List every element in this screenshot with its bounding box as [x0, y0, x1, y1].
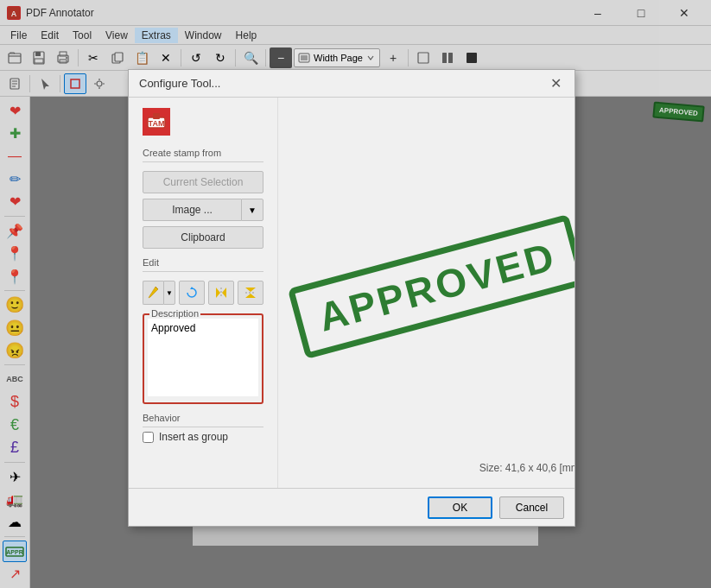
edit-main-button[interactable]	[143, 281, 163, 305]
insert-as-group-checkbox[interactable]	[143, 432, 154, 443]
svg-marker-38	[216, 288, 220, 298]
ok-button[interactable]: OK	[428, 496, 492, 519]
edit-dropdown-btn: ▼	[143, 281, 175, 305]
dialog-overlay: Configure Tool... ✕ STAMP	[0, 0, 711, 588]
svg-text:STAMP: STAMP	[147, 119, 166, 128]
description-fieldset: Description Approved	[143, 313, 263, 404]
cancel-button[interactable]: Cancel	[499, 496, 564, 519]
create-stamp-section: Create stamp from Current Selection Imag…	[143, 148, 263, 249]
dialog-footer: OK Cancel	[129, 488, 575, 526]
insert-as-group-label: Insert as group	[159, 431, 228, 443]
svg-marker-41	[245, 288, 256, 292]
rotate-button[interactable]	[179, 281, 205, 305]
dialog-title-bar: Configure Tool... ✕	[129, 70, 575, 98]
dialog-body: STAMP Create stamp from Current Selectio…	[129, 98, 575, 488]
description-textarea[interactable]: Approved	[148, 319, 258, 396]
configure-tool-dialog: Configure Tool... ✕ STAMP	[128, 69, 575, 527]
current-selection-button[interactable]: Current Selection	[143, 171, 263, 193]
create-stamp-label: Create stamp from	[143, 148, 263, 162]
description-legend: Description	[149, 308, 200, 319]
clipboard-button[interactable]: Clipboard	[143, 226, 263, 249]
image-dropdown-arrow[interactable]: ▼	[241, 199, 263, 221]
dialog-left-panel: STAMP Create stamp from Current Selectio…	[129, 98, 278, 488]
edit-dropdown-arrow[interactable]: ▼	[163, 281, 175, 305]
edit-buttons: ▼	[143, 281, 263, 305]
description-section: Description Approved	[143, 313, 263, 404]
stamp-tool-icon: STAMP	[143, 108, 170, 136]
edit-label: Edit	[143, 257, 263, 272]
svg-marker-42	[245, 294, 256, 298]
insert-as-group-row: Insert as group	[143, 431, 263, 443]
mirror-h-button[interactable]	[208, 281, 234, 305]
dialog-title: Configure Tool...	[139, 77, 547, 90]
stamp-preview-area: APPROVED	[292, 111, 575, 462]
image-row: Image ... ▼	[143, 199, 263, 221]
mirror-v-button[interactable]	[238, 281, 263, 305]
dialog-close-button[interactable]: ✕	[547, 75, 564, 92]
dialog-right-panel: APPROVED Size: 41,6 x 40,6 [mm]	[278, 98, 575, 488]
svg-rect-36	[153, 113, 160, 119]
svg-marker-39	[222, 288, 226, 298]
stamp-preview-text: APPROVED	[314, 236, 560, 337]
edit-section: Edit ▼	[143, 257, 263, 305]
stamp-icon-area: STAMP	[143, 108, 263, 136]
behavior-section: Behavior Insert as group	[143, 413, 263, 443]
image-button[interactable]: Image ...	[143, 199, 241, 221]
size-info: Size: 41,6 x 40,6 [mm]	[479, 462, 575, 474]
behavior-label: Behavior	[143, 413, 263, 427]
